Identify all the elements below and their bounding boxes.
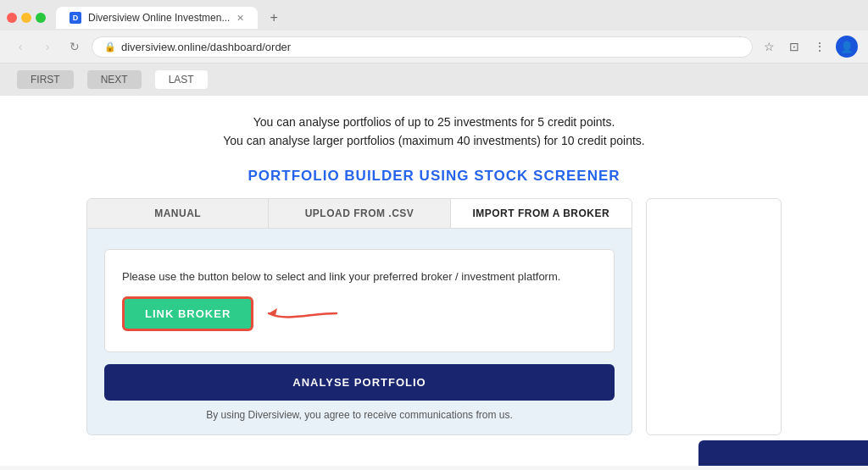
broker-inner-card: Please use the button below to select an… xyxy=(104,249,615,352)
active-tab[interactable]: D Diversiview Online Investmen... ✕ xyxy=(56,7,258,29)
tab-bar: D Diversiview Online Investmen... ✕ + xyxy=(0,0,868,30)
tab-import-broker[interactable]: IMPORT FROM A BROKER xyxy=(451,199,632,228)
section-title: PORTFOLIO BUILDER USING STOCK SCREENER xyxy=(248,168,620,185)
address-bar: ‹ › ↻ 🔒 diversiview.online/dashboard/ord… xyxy=(0,30,868,63)
analyse-portfolio-button[interactable]: ANALYSE PORTFOLIO xyxy=(104,364,615,401)
fullscreen-button[interactable] xyxy=(36,13,46,23)
bookmark-icon[interactable]: ☆ xyxy=(760,37,778,56)
portfolio-builder: MANUAL UPLOAD FROM .CSV IMPORT FROM A BR… xyxy=(86,198,782,435)
tabs-header: MANUAL UPLOAD FROM .CSV IMPORT FROM A BR… xyxy=(86,198,632,229)
nav-pill-next[interactable]: NEXT xyxy=(87,70,142,89)
nav-pill-last[interactable]: LAST xyxy=(155,70,208,89)
tab-upload-csv[interactable]: UPLOAD FROM .CSV xyxy=(269,199,450,228)
profile-icon[interactable]: 👤 xyxy=(836,36,858,58)
agree-text: By using Diversiview, you agree to recei… xyxy=(104,409,615,421)
bottom-strip xyxy=(698,440,868,466)
url-bar[interactable]: 🔒 diversiview.online/dashboard/order xyxy=(92,36,753,58)
browser-chrome: D Diversiview Online Investmen... ✕ + ‹ … xyxy=(0,0,868,64)
minimize-button[interactable] xyxy=(21,13,31,23)
back-button[interactable]: ‹ xyxy=(10,36,31,57)
tab-close-icon[interactable]: ✕ xyxy=(236,13,244,24)
right-panel xyxy=(646,198,782,435)
address-bar-actions: ☆ ⊡ ⋮ 👤 xyxy=(760,36,858,58)
arrow-annotation xyxy=(260,296,345,330)
nav-pill-first[interactable]: FIRST xyxy=(17,70,74,89)
traffic-lights xyxy=(7,13,46,23)
reload-button[interactable]: ↻ xyxy=(64,36,85,57)
left-panel: MANUAL UPLOAD FROM .CSV IMPORT FROM A BR… xyxy=(86,198,632,435)
forward-button[interactable]: › xyxy=(37,36,58,57)
arrow-svg xyxy=(260,296,345,330)
tab-favicon: D xyxy=(70,12,81,24)
lock-icon: 🔒 xyxy=(104,41,116,53)
close-button[interactable] xyxy=(7,13,17,23)
broker-description: Please use the button below to select an… xyxy=(122,270,597,283)
extension-icon[interactable]: ⊡ xyxy=(785,37,804,56)
new-tab-button[interactable]: + xyxy=(261,5,286,30)
url-text: diversiview.online/dashboard/order xyxy=(121,41,291,53)
top-nav-strip: FIRST NEXT LAST xyxy=(0,64,868,96)
tab-manual[interactable]: MANUAL xyxy=(87,199,269,228)
tab-title: Diversiview Online Investmen... xyxy=(88,12,230,24)
tab-content-broker: Please use the button below to select an… xyxy=(86,229,632,435)
info-text: You can analyse portfolios of up to 25 i… xyxy=(223,113,645,151)
page-content: FIRST NEXT LAST You can analyse portfoli… xyxy=(0,64,868,466)
link-broker-button[interactable]: LINK BROKER xyxy=(122,296,253,331)
info-line1: You can analyse portfolios of up to 25 i… xyxy=(223,113,645,131)
info-line2: You can analyse larger portfolios (maxim… xyxy=(223,131,645,150)
main-content: You can analyse portfolios of up to 25 i… xyxy=(0,96,868,452)
menu-icon[interactable]: ⋮ xyxy=(810,37,829,56)
link-broker-container: LINK BROKER xyxy=(122,296,253,331)
